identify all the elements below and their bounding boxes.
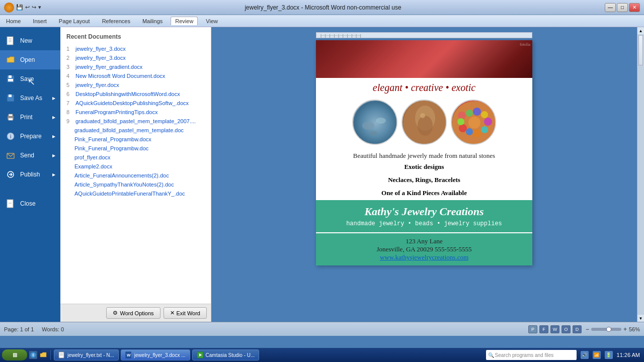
office-bottom-buttons: ⚙ Word Options ✕ Exit Word [60, 304, 211, 322]
new-icon [5, 35, 16, 46]
menu-item-prepare[interactable]: i Prepare ▶ [0, 127, 60, 146]
h-ruler: |···|···|···|···|···|···|···|···|···| [316, 32, 532, 38]
office-menu: New Open Save Save As ▶ [0, 27, 60, 322]
tab-mailings[interactable]: Mailings [138, 17, 167, 25]
tab-insert[interactable]: Insert [29, 17, 51, 25]
maximize-button[interactable]: □ [617, 3, 628, 12]
prepare-icon: i [5, 131, 16, 142]
recent-doc-extra-1[interactable]: graduated_bifold_pastel_mem_template.doc [60, 126, 211, 135]
recent-doc-extra-5[interactable]: Example2.docx [60, 162, 211, 171]
close-menu-icon [5, 198, 16, 209]
svg-text:W: W [127, 353, 131, 357]
zoom-out-button[interactable]: − [586, 326, 589, 333]
recent-doc-1[interactable]: 1 jewelry_flyer_3.docx [60, 44, 211, 53]
scroll-thumb[interactable] [638, 35, 643, 65]
svg-rect-8 [9, 95, 12, 97]
svg-rect-10 [9, 114, 13, 116]
minimize-button[interactable]: — [605, 3, 616, 12]
window-title: jewelry_flyer_3.docx - Microsoft Word no… [41, 4, 605, 11]
quick-undo[interactable]: ↩ [25, 4, 30, 11]
doc-tagline: elegant • creative • exotic [316, 78, 532, 96]
quick-redo[interactable]: ↪ [32, 4, 36, 11]
recent-doc-extra-3[interactable]: Pink_Funeral_Programbw.doc [60, 144, 211, 153]
saveas-arrow: ▶ [52, 96, 55, 101]
menu-item-publish-label: Publish [20, 171, 40, 178]
exit-word-button[interactable]: ✕ Exit Word [164, 307, 207, 319]
recent-doc-extra-8[interactable]: AQuickGuidetoPrintableFuneralThankY_.doc [60, 189, 211, 198]
svg-point-28 [466, 110, 473, 117]
full-screen-btn[interactable]: F [539, 325, 548, 333]
scroll-up-button[interactable]: ▲ [637, 27, 644, 34]
main-area: New Open Save Save As ▶ [0, 27, 644, 322]
menu-item-save-as[interactable]: Save As ▶ [0, 88, 60, 108]
menu-item-open[interactable]: Open [0, 50, 60, 69]
svg-point-34 [466, 128, 473, 135]
taskbar-notepad[interactable]: jewelry_flyer.txt - N... [54, 349, 119, 360]
svg-rect-39 [59, 352, 64, 358]
tab-references[interactable]: References [98, 17, 134, 25]
recent-doc-5[interactable]: 5 jewelry_flyer.docx [60, 80, 211, 89]
recent-doc-8[interactable]: 8 FuneralProgramPrintingTips.docx [60, 108, 211, 117]
zoom-slider[interactable] [591, 328, 621, 331]
outline-btn[interactable]: O [561, 325, 571, 333]
zoom-in-button[interactable]: + [623, 326, 627, 333]
word-options-button[interactable]: ⚙ Word Options [106, 307, 160, 319]
taskbar: ⊞ jewelry_flyer.txt - N... W jewelry_fly… [0, 348, 644, 362]
ribbon-tabs: Home Insert Page Layout References Maili… [0, 15, 644, 27]
statusbar-right: P F W O D − + 56% [528, 325, 640, 333]
menu-item-close[interactable]: Close [0, 194, 60, 213]
recent-doc-extra-4[interactable]: prof_flyer.docx [60, 153, 211, 162]
svg-rect-6 [8, 79, 13, 81]
address-line2: Jonesville, GA 20029 555-555-5555 [320, 245, 528, 253]
tab-view[interactable]: View [202, 17, 222, 25]
tab-page-layout[interactable]: Page Layout [55, 17, 94, 25]
publish-arrow: ▶ [52, 172, 55, 177]
explorer-button[interactable] [39, 351, 47, 359]
scroll-track[interactable] [637, 34, 644, 315]
recent-doc-3[interactable]: 3 jewelry_flyer_gradient.docx [60, 62, 211, 71]
title-bar: 💾 ↩ ↪ ▾ jewelry_flyer_3.docx - Microsoft… [0, 0, 644, 15]
draft-btn[interactable]: D [573, 325, 582, 333]
menu-item-close-label: Close [20, 200, 36, 207]
recent-doc-4[interactable]: 4 New Microsoft Word Document.docx [60, 71, 211, 80]
close-button[interactable]: ✕ [629, 3, 640, 12]
system-clock: 11:26 AM [617, 352, 640, 358]
start-button[interactable]: ⊞ [2, 349, 27, 360]
menu-item-new[interactable]: New [0, 31, 60, 50]
recent-doc-9[interactable]: 9 graduated_bifold_pastel_mem_template_2… [60, 117, 211, 126]
recent-doc-2[interactable]: 2 jewelry_flyer_3.docx [60, 53, 211, 62]
print-icon [5, 112, 16, 123]
zoom-level: 56% [629, 326, 640, 332]
volume-icon[interactable]: 🔊 [581, 351, 589, 359]
web-layout-btn[interactable]: W [550, 325, 559, 333]
address-line1: 123 Any Lane [320, 237, 528, 245]
recent-doc-7[interactable]: 7 AQuickGuidetoDesktopPublishingSoftw_.d… [60, 99, 211, 108]
battery-icon: 🔋 [605, 351, 613, 359]
ie-button[interactable] [29, 351, 37, 359]
recent-doc-extra-7[interactable]: Article_SympathyThankYouNotes(2).doc [60, 180, 211, 189]
recent-doc-6[interactable]: 6 DesktopPublishingwithMicrosoftWord.doc… [60, 89, 211, 99]
doc-one-of-a-kind: One of a Kind Pieces Available [316, 188, 532, 198]
office-panel: New Open Save Save As ▶ [0, 27, 211, 322]
tab-review[interactable]: Review [171, 17, 198, 25]
tab-home[interactable]: Home [2, 17, 25, 25]
quick-save[interactable]: 💾 [16, 4, 23, 11]
svg-rect-5 [9, 75, 12, 78]
v-scrollbar[interactable]: ▲ ▼ [637, 27, 644, 322]
website-link[interactable]: www.kathysjewelrycreations.com [320, 253, 528, 261]
print-layout-btn[interactable]: P [528, 325, 537, 333]
menu-item-print[interactable]: Print ▶ [0, 108, 60, 127]
zoom-thumb[interactable] [606, 327, 611, 332]
recent-doc-extra-6[interactable]: Article_FuneralAnnouncements(2).doc [60, 171, 211, 180]
menu-item-publish[interactable]: Publish ▶ [0, 165, 60, 184]
svg-point-33 [473, 129, 481, 137]
recent-doc-extra-2[interactable]: Pink_Funeral_Programbw.docx [60, 135, 211, 144]
scroll-down-button[interactable]: ▼ [637, 315, 644, 322]
network-icon[interactable]: 📶 [593, 351, 601, 359]
circle-image-1 [352, 100, 397, 145]
menu-item-send[interactable]: Send ▶ [0, 146, 60, 165]
taskbar-word[interactable]: W jewelry_flyer_3.docx ... [121, 349, 190, 360]
taskbar-camtasia[interactable]: Camtasia Studio - U... [192, 349, 260, 360]
taskbar-search[interactable]: 🔍 Search programs and files [486, 350, 577, 360]
menu-item-save[interactable]: Save [0, 69, 60, 88]
